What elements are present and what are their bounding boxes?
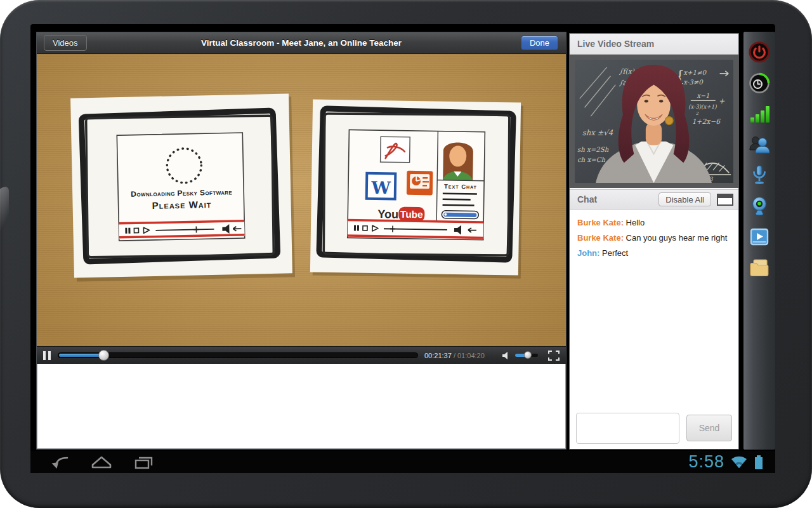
- seek-handle[interactable]: [98, 350, 109, 361]
- live-stream-header: Live Video Stream: [570, 34, 738, 55]
- video-surface[interactable]: Downloading Pesky Software Please Wait: [37, 54, 566, 346]
- android-navbar: 5:58: [30, 451, 775, 473]
- popout-window-icon[interactable]: [717, 194, 733, 206]
- seek-bar[interactable]: [58, 352, 418, 358]
- chat-message-list[interactable]: Burke Kate: Hello Burke Kate: Can you gu…: [570, 210, 738, 407]
- volume-slider[interactable]: [515, 354, 538, 357]
- participants-icon[interactable]: [747, 133, 771, 157]
- tool-sidebar: [743, 32, 775, 450]
- home-button[interactable]: [90, 454, 113, 471]
- content-whitespace: [37, 364, 566, 449]
- svg-text:sh x=2Sh: sh x=2Sh: [577, 145, 609, 152]
- webcam-icon[interactable]: [747, 194, 771, 218]
- live-stream-video: ∫f(x)dx ∫a { x+1≠0 x-3≠0 x−1 (x-3)(x+1) …: [570, 55, 738, 188]
- power-icon[interactable]: [747, 40, 771, 64]
- youtube-logo-sketch: You Tube: [377, 206, 424, 222]
- status-clock: 5:58: [688, 452, 724, 472]
- files-icon[interactable]: [747, 256, 771, 280]
- svg-text:You: You: [377, 208, 398, 221]
- video-player-icon[interactable]: [747, 225, 771, 249]
- sketch-left-paper: Downloading Pesky Software Please Wait: [70, 93, 295, 281]
- whiteboard-sketch-video: Downloading Pesky Software Please Wait: [37, 54, 566, 346]
- disable-all-button[interactable]: Disable All: [658, 192, 711, 206]
- svg-text:Text Chat: Text Chat: [444, 183, 477, 190]
- battery-icon: [754, 454, 764, 471]
- chat-text: Perfect: [599, 248, 628, 258]
- chat-sender: Burke Kate:: [577, 218, 624, 227]
- signal-strength-icon[interactable]: [747, 102, 771, 126]
- chat-message: John: Perfect: [577, 248, 731, 258]
- svg-text:x+1≠0: x+1≠0: [683, 69, 707, 76]
- sketch-player-bar-left: [119, 220, 245, 239]
- teacher-video-frame: ∫f(x)dx ∫a { x+1≠0 x-3≠0 x−1 (x-3)(x+1) …: [575, 60, 733, 183]
- fullscreen-icon[interactable]: [548, 351, 560, 361]
- svg-text:(x-3)(x+1): (x-3)(x+1): [688, 104, 717, 110]
- svg-text:x−1: x−1: [697, 92, 710, 99]
- chat-message: Burke Kate: Hello: [577, 218, 731, 227]
- chat-title: Chat: [577, 194, 658, 204]
- chat-input-row: Send: [570, 407, 738, 449]
- seek-bar-fill: [59, 354, 104, 357]
- time-display: 00:21:37 / 01:04:20: [424, 352, 485, 359]
- volume-icon[interactable]: [501, 351, 511, 361]
- svg-text:shx ±√4: shx ±√4: [582, 128, 613, 137]
- chat-text: Can you guys hear me right: [624, 233, 727, 243]
- tablet-frame: Videos Virtual Classroom - Meet Jane, an…: [0, 0, 812, 508]
- chat-sender: Burke Kate:: [577, 233, 624, 243]
- svg-text:1+2x−6: 1+2x−6: [692, 117, 721, 126]
- total-duration: 01:04:20: [457, 352, 485, 359]
- tablet-screen: Videos Virtual Classroom - Meet Jane, an…: [30, 24, 775, 473]
- chat-text: Hello: [624, 218, 645, 227]
- player-titlebar: Videos Virtual Classroom - Meet Jane, an…: [37, 32, 566, 54]
- powerpoint-icon-sketch: [407, 171, 433, 196]
- current-time: 00:21:37: [424, 352, 452, 359]
- recent-apps-button[interactable]: [132, 454, 155, 471]
- wifi-icon: [730, 455, 749, 470]
- player-controls-bar: 00:21:37 / 01:04:20: [37, 346, 566, 364]
- svg-text:2: 2: [696, 111, 699, 116]
- chat-message: Burke Kate: Can you guys hear me right: [577, 233, 731, 243]
- chat-input[interactable]: [576, 413, 679, 444]
- send-button[interactable]: Send: [686, 415, 732, 441]
- done-button[interactable]: Done: [521, 36, 558, 50]
- sketch-right-paper: W You: [310, 99, 523, 278]
- sketch-loading-text-2: Please Wait: [152, 199, 212, 211]
- svg-text:Tube: Tube: [400, 209, 424, 220]
- pause-button[interactable]: [43, 351, 52, 360]
- session-clock-icon[interactable]: [747, 71, 771, 95]
- bezel-reflection: [0, 185, 9, 240]
- chat-header: Chat Disable All: [570, 189, 738, 210]
- word-icon-sketch: W: [367, 173, 396, 199]
- status-area[interactable]: 5:58: [688, 452, 764, 472]
- svg-text:W: W: [370, 178, 391, 197]
- sketch-player-bar-right: [348, 219, 483, 239]
- videos-button[interactable]: Videos: [44, 35, 87, 51]
- microphone-icon[interactable]: [747, 163, 771, 187]
- live-stream-title: Live Video Stream: [577, 39, 654, 49]
- page-title: Virtual Classroom - Meet Jane, an Online…: [37, 38, 566, 48]
- chat-sender: John:: [577, 248, 599, 258]
- svg-text:+: +: [719, 97, 725, 105]
- svg-text:ch x=Ch: ch x=Ch: [577, 156, 606, 163]
- svg-text:x-3≠0: x-3≠0: [683, 78, 704, 86]
- video-player-panel: Videos Virtual Classroom - Meet Jane, an…: [36, 32, 566, 450]
- volume-handle[interactable]: [524, 351, 532, 359]
- stream-chat-panel: Live Video Stream: [569, 33, 739, 450]
- pdf-icon-sketch: [381, 137, 410, 163]
- back-button[interactable]: [49, 454, 71, 471]
